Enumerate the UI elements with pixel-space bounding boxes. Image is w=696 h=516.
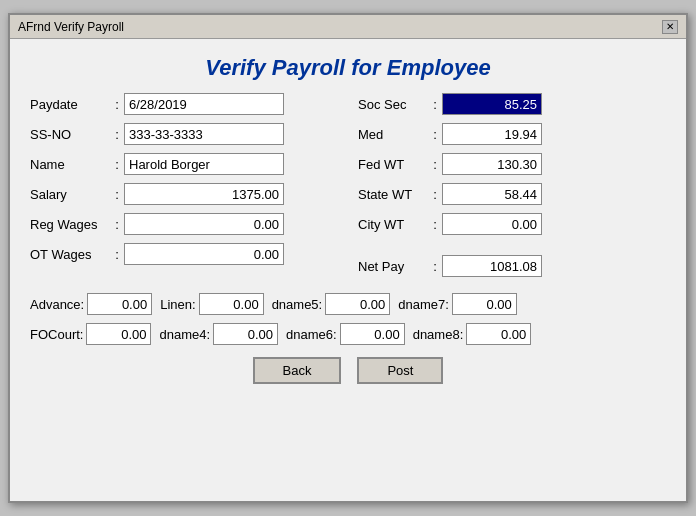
paydate-label: Paydate — [30, 97, 110, 112]
linen-input[interactable] — [199, 293, 264, 315]
statewt-label: State WT — [358, 187, 428, 202]
buttons-area: Back Post — [10, 347, 686, 398]
focourt-input[interactable] — [86, 323, 151, 345]
deductions-row-2: FOCourt: dname4: dname6: dname8: — [10, 317, 686, 347]
name-row: Name : — [30, 153, 338, 175]
dname5-label: dname5: — [272, 297, 323, 312]
netpay-label: Net Pay — [358, 259, 428, 274]
deductions-row-1: Advance: Linen: dname5: dname7: — [10, 287, 686, 317]
left-column: Paydate : SS-NO : Name : Salary : Reg Wa… — [30, 93, 338, 287]
dname7-group: dname7: — [398, 293, 517, 315]
ssno-row: SS-NO : — [30, 123, 338, 145]
med-input[interactable] — [442, 123, 542, 145]
citywt-row: City WT : — [358, 213, 666, 235]
form-area: Paydate : SS-NO : Name : Salary : Reg Wa… — [10, 93, 686, 287]
fedwt-label: Fed WT — [358, 157, 428, 172]
dname8-label: dname8: — [413, 327, 464, 342]
focourt-group: FOCourt: — [30, 323, 151, 345]
advance-group: Advance: — [30, 293, 152, 315]
name-input[interactable] — [124, 153, 284, 175]
regwages-row: Reg Wages : — [30, 213, 338, 235]
otwages-row: OT Wages : — [30, 243, 338, 265]
socsec-input[interactable] — [442, 93, 542, 115]
main-window: AFrnd Verify Payroll ✕ Verify Payroll fo… — [8, 13, 688, 503]
otwages-input[interactable] — [124, 243, 284, 265]
salary-label: Salary — [30, 187, 110, 202]
titlebar: AFrnd Verify Payroll ✕ — [10, 15, 686, 39]
dname7-label: dname7: — [398, 297, 449, 312]
salary-row: Salary : — [30, 183, 338, 205]
dname4-group: dname4: — [159, 323, 278, 345]
dname8-input[interactable] — [466, 323, 531, 345]
dname8-group: dname8: — [413, 323, 532, 345]
focourt-label: FOCourt: — [30, 327, 83, 342]
paydate-input[interactable] — [124, 93, 284, 115]
med-row: Med : — [358, 123, 666, 145]
ssno-input[interactable] — [124, 123, 284, 145]
socsec-row: Soc Sec : — [358, 93, 666, 115]
back-button[interactable]: Back — [253, 357, 342, 384]
name-label: Name — [30, 157, 110, 172]
linen-group: Linen: — [160, 293, 263, 315]
regwages-input[interactable] — [124, 213, 284, 235]
statewt-input[interactable] — [442, 183, 542, 205]
dname5-group: dname5: — [272, 293, 391, 315]
dname6-label: dname6: — [286, 327, 337, 342]
linen-label: Linen: — [160, 297, 195, 312]
dname6-group: dname6: — [286, 323, 405, 345]
ssno-label: SS-NO — [30, 127, 110, 142]
page-title: Verify Payroll for Employee — [10, 39, 686, 93]
otwages-label: OT Wages — [30, 247, 110, 262]
dname5-input[interactable] — [325, 293, 390, 315]
right-column: Soc Sec : Med : Fed WT : State WT : City… — [358, 93, 666, 287]
regwages-label: Reg Wages — [30, 217, 110, 232]
socsec-label: Soc Sec — [358, 97, 428, 112]
netpay-input[interactable] — [442, 255, 542, 277]
advance-input[interactable] — [87, 293, 152, 315]
dname6-input[interactable] — [340, 323, 405, 345]
advance-label: Advance: — [30, 297, 84, 312]
citywt-input[interactable] — [442, 213, 542, 235]
dname7-input[interactable] — [452, 293, 517, 315]
med-label: Med — [358, 127, 428, 142]
fedwt-input[interactable] — [442, 153, 542, 175]
dname4-label: dname4: — [159, 327, 210, 342]
netpay-row: Net Pay : — [358, 255, 666, 277]
paydate-row: Paydate : — [30, 93, 338, 115]
statewt-row: State WT : — [358, 183, 666, 205]
window-title: AFrnd Verify Payroll — [18, 20, 124, 34]
dname4-input[interactable] — [213, 323, 278, 345]
post-button[interactable]: Post — [357, 357, 443, 384]
salary-input[interactable] — [124, 183, 284, 205]
fedwt-row: Fed WT : — [358, 153, 666, 175]
citywt-label: City WT — [358, 217, 428, 232]
close-button[interactable]: ✕ — [662, 20, 678, 34]
